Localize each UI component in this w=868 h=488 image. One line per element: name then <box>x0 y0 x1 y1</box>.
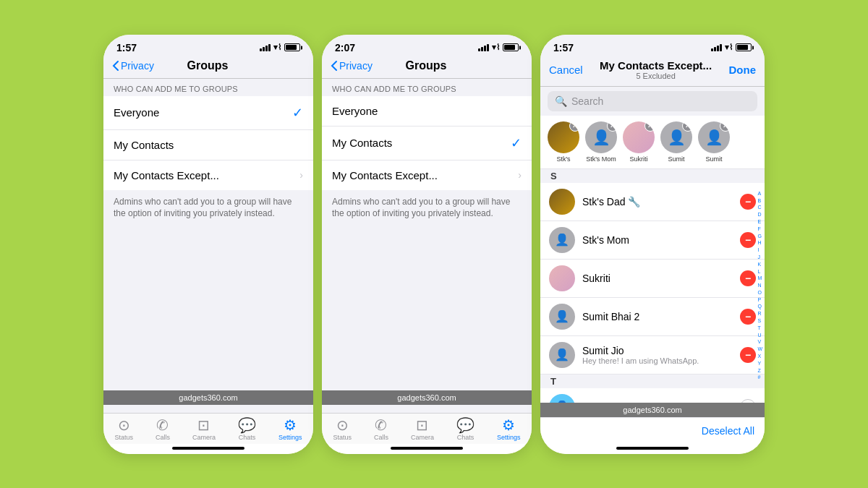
phone1-option-2[interactable]: My Contacts Except... › <box>103 160 313 190</box>
phone1-options-list: Everyone ✓ My Contacts My Contacts Excep… <box>103 96 313 190</box>
contact-name-stks-mom: Stk's Mom <box>582 234 733 246</box>
phone2-tab-settings-label: Settings <box>497 434 521 441</box>
signal-icon <box>260 44 271 51</box>
deselect-all-btn[interactable]: Deselect All <box>702 425 754 437</box>
calls-tab-icon: ✆ <box>156 418 169 432</box>
remove-icon-0[interactable]: ✕ <box>569 121 579 132</box>
contact-row-sukriti[interactable]: Sukriti − <box>540 260 765 298</box>
battery-icon <box>284 43 300 51</box>
contact-row-sumit-bhai[interactable]: 👤 Sumit Bhai 2 − <box>540 298 765 336</box>
remove-icon-4[interactable]: ✕ <box>720 121 730 132</box>
phone2-time: 2:07 <box>335 42 355 53</box>
phone2-status-bar: 2:07 ▾⌇ <box>322 35 532 56</box>
excluded-chip-4[interactable]: 👤 ✕ Sumit <box>698 121 730 163</box>
excluded-chip-2[interactable]: ✕ Sukriti <box>623 121 655 163</box>
phone2-tab-status[interactable]: ⊙ Status <box>333 418 352 441</box>
wifi-icon: ▾⌇ <box>273 43 281 52</box>
phone1-option-0-check: ✓ <box>292 105 303 121</box>
phone1-tab-bar: ⊙ Status ✆ Calls ⊡ Camera 💬 Chats ⚙ Sett… <box>103 413 313 444</box>
phone2-nav-title: Groups <box>373 59 480 72</box>
phone1-back-btn[interactable]: Privacy <box>112 60 154 72</box>
remove-btn-sumit-jio[interactable]: − <box>740 347 756 363</box>
chats-tab-icon: 💬 <box>456 418 475 432</box>
phone2-option-1-check: ✓ <box>511 135 522 151</box>
battery-icon <box>503 43 519 51</box>
phone1-watermark: gadgets360.com <box>103 390 313 405</box>
phone1-tab-settings[interactable]: ⚙ Settings <box>278 418 302 441</box>
phone1-content: WHO CAN ADD ME TO GROUPS Everyone ✓ My C… <box>103 79 313 413</box>
battery-icon <box>736 43 752 51</box>
phone2-tab-camera[interactable]: ⊡ Camera <box>411 418 434 441</box>
phone2-tab-calls[interactable]: ✆ Calls <box>374 418 388 441</box>
signal-icon <box>478 44 489 51</box>
phone1-tab-camera-label: Camera <box>192 434 216 441</box>
excluded-chip-1[interactable]: 👤 ✕ Stk's Mom <box>585 121 617 163</box>
phone3-time: 1:57 <box>553 42 574 53</box>
phone1-tab-settings-label: Settings <box>278 434 302 441</box>
phone3-header: Cancel My Contacts Except... 5 Excluded … <box>540 56 765 87</box>
search-input[interactable]: 🔍 Search <box>548 91 757 111</box>
excluded-avatar-3: 👤 ✕ <box>660 121 692 153</box>
section-t: T <box>540 374 765 388</box>
contact-info-sukriti: Sukriti <box>582 273 733 284</box>
phones-container: 1:57 ▾⌇ Privacy Groups WHO CAN ADD ME TO… <box>0 0 868 488</box>
phone2-option-1[interactable]: My Contacts ✓ <box>322 127 532 160</box>
alpha-index: ABCDEFGHIJKLMNOPQRSTUVWXYZ# <box>757 169 762 403</box>
signal-icon <box>711 44 722 51</box>
phone1-time: 1:57 <box>116 42 137 53</box>
contact-info-sumit-bhai: Sumit Bhai 2 <box>582 311 733 322</box>
phone1-tab-status[interactable]: ⊙ Status <box>114 418 133 441</box>
camera-tab-icon: ⊡ <box>416 418 428 432</box>
phone1-option-0[interactable]: Everyone ✓ <box>103 96 313 130</box>
excluded-name-2: Sukriti <box>629 155 647 163</box>
contact-row-stks-dad[interactable]: Stk's Dad 🔧 − <box>540 183 765 221</box>
excluded-chip-3[interactable]: 👤 ✕ Sumit <box>660 121 692 163</box>
contact-status-sumit-jio: Hey there! I am using WhatsApp. <box>582 356 733 365</box>
excluded-chip-0[interactable]: ✕ Stk's <box>548 121 579 163</box>
contact-row-stks-mom[interactable]: 👤 Stk's Mom − <box>540 221 765 260</box>
phone1-option-2-label: My Contacts Except... <box>114 169 299 181</box>
phone2-tab-chats[interactable]: 💬 Chats <box>456 418 475 441</box>
deselect-bar: Deselect All <box>540 417 765 444</box>
phone1-tab-calls[interactable]: ✆ Calls <box>156 418 170 441</box>
phone2-status-icons: ▾⌇ <box>478 43 519 52</box>
phone1-option-1[interactable]: My Contacts <box>103 130 313 160</box>
remove-btn-sumit-bhai[interactable]: − <box>740 309 756 325</box>
chevron-icon: › <box>299 169 303 181</box>
chats-tab-icon: 💬 <box>238 418 256 432</box>
phone2-tab-bar: ⊙ Status ✆ Calls ⊡ Camera 💬 Chats ⚙ Sett… <box>322 413 532 444</box>
remove-btn-stks-mom[interactable]: − <box>740 232 756 248</box>
contact-avatar-sumit-bhai: 👤 <box>549 304 575 330</box>
remove-icon-1[interactable]: ✕ <box>607 121 617 132</box>
chevron-icon: › <box>518 169 522 181</box>
camera-tab-icon: ⊡ <box>197 418 210 432</box>
phone1-tab-chats[interactable]: 💬 Chats <box>238 418 256 441</box>
phone2-option-2[interactable]: My Contacts Except... › <box>322 160 532 190</box>
contact-name-sumit-bhai: Sumit Bhai 2 <box>582 311 733 322</box>
contact-row-sumit-jio[interactable]: 👤 Sumit Jio Hey there! I am using WhatsA… <box>540 336 765 374</box>
phone1-status-bar: 1:57 ▾⌇ <box>103 35 313 56</box>
remove-btn-sukriti[interactable]: − <box>740 270 756 286</box>
contact-row-taneem[interactable]: 👤 Taneem <box>540 388 765 403</box>
remove-btn-stks-dad[interactable]: − <box>740 194 756 210</box>
contacts-list: ABCDEFGHIJKLMNOPQRSTUVWXYZ# S Stk's Dad … <box>540 169 765 403</box>
phone2-option-2-label: My Contacts Except... <box>332 169 518 181</box>
phone3-subtitle: 5 Excluded <box>583 72 729 80</box>
phone3-cancel-btn[interactable]: Cancel <box>549 64 583 76</box>
phone3-watermark: gadgets360.com <box>540 403 765 417</box>
phone2-option-0[interactable]: Everyone <box>322 96 532 127</box>
excluded-name-0: Stk's <box>556 155 570 163</box>
phone1-nav-bar: Privacy Groups <box>103 56 313 79</box>
excluded-contacts-row: ✕ Stk's 👤 ✕ Stk's Mom ✕ Sukriti <box>540 116 765 169</box>
phone3-title: My Contacts Except... <box>583 59 729 72</box>
phone2-admin-notice: Admins who can't add you to a group will… <box>322 190 532 226</box>
phone2-option-1-label: My Contacts <box>332 137 511 149</box>
phone1-tab-camera[interactable]: ⊡ Camera <box>192 418 216 441</box>
phone3-home-indicator <box>540 444 765 454</box>
phone3-done-btn[interactable]: Done <box>729 64 757 76</box>
phone2-back-btn[interactable]: Privacy <box>331 60 373 72</box>
phone2-home-indicator <box>322 444 532 454</box>
phone2-tab-settings[interactable]: ⚙ Settings <box>497 418 521 441</box>
remove-icon-3[interactable]: ✕ <box>682 121 692 132</box>
remove-icon-2[interactable]: ✕ <box>644 121 655 132</box>
